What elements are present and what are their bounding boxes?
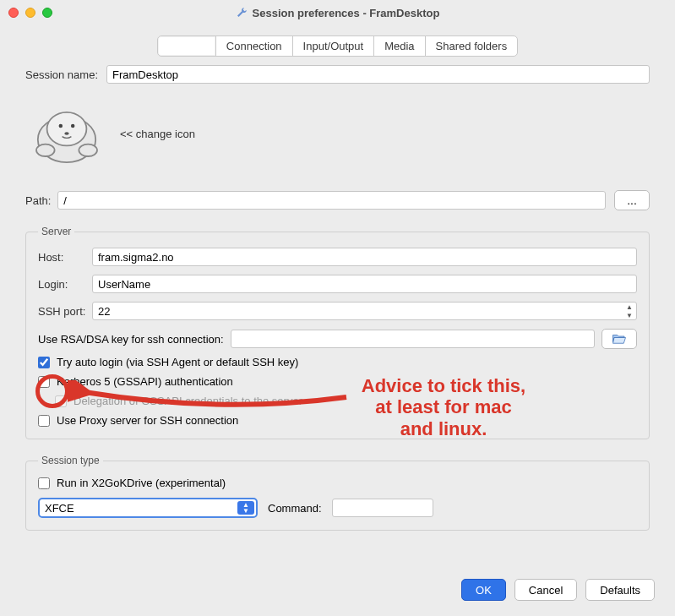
svg-point-6 <box>79 144 97 156</box>
session-name-label: Session name: <box>25 68 98 81</box>
path-browse-button[interactable]: ... <box>614 190 650 210</box>
tab-connection[interactable]: Connection <box>215 35 293 57</box>
rsa-key-label: Use RSA/DSA key for ssh connection: <box>38 333 224 346</box>
titlebar: Session preferences - FramDesktop <box>0 0 675 25</box>
ok-button[interactable]: OK <box>461 579 506 601</box>
svg-point-2 <box>59 124 63 128</box>
auto-login-label: Try auto login (via SSH Agent or default… <box>57 356 298 368</box>
proxy-label: Use Proxy server for SSH connection <box>57 414 238 427</box>
tabs: Connection Input/Output Media Shared fol… <box>0 35 675 57</box>
rsa-key-browse-button[interactable] <box>602 329 637 349</box>
delegation-checkbox <box>55 395 67 407</box>
kdrive-checkbox[interactable] <box>38 477 50 489</box>
svg-point-5 <box>36 144 55 156</box>
dropdown-arrows-icon: ▲▼ <box>237 501 254 515</box>
sshport-label: SSH port: <box>38 305 92 318</box>
svg-point-1 <box>47 112 87 146</box>
delegation-label: Delegation of GSSAPI credentials to the … <box>73 395 302 407</box>
tab-shared-folders[interactable]: Shared folders <box>425 35 519 57</box>
session-type-fieldset: Session type Run in X2GoKDrive (experime… <box>25 455 650 531</box>
kerberos-checkbox[interactable] <box>38 376 50 388</box>
server-legend: Server <box>38 226 74 237</box>
folder-open-icon <box>612 333 627 345</box>
host-input[interactable] <box>92 248 637 266</box>
session-icon[interactable] <box>29 95 105 172</box>
session-name-input[interactable] <box>106 65 650 84</box>
proxy-checkbox[interactable] <box>38 415 50 427</box>
auto-login-checkbox[interactable] <box>38 357 50 368</box>
server-fieldset: Server Host: Login: SSH port: ▲ ▼ <box>25 226 650 439</box>
path-label: Path: <box>25 194 51 207</box>
path-input[interactable] <box>57 191 606 210</box>
command-input[interactable] <box>332 499 433 517</box>
cancel-button[interactable]: Cancel <box>514 579 577 601</box>
svg-point-4 <box>64 132 68 135</box>
host-label: Host: <box>38 251 92 264</box>
tab-general[interactable] <box>157 35 216 57</box>
wrench-icon <box>236 7 248 19</box>
tab-input-output[interactable]: Input/Output <box>292 35 375 57</box>
session-type-selected: XFCE <box>45 502 74 515</box>
command-label: Command: <box>268 502 322 515</box>
login-label: Login: <box>38 278 92 291</box>
stepper-up-icon[interactable]: ▲ <box>623 303 636 311</box>
session-type-dropdown[interactable]: XFCE ▲▼ <box>38 498 258 518</box>
login-input[interactable] <box>92 275 637 293</box>
rsa-key-input[interactable] <box>231 330 595 348</box>
window-title: Session preferences - FramDesktop <box>0 7 675 19</box>
kdrive-label: Run in X2GoKDrive (experimental) <box>57 477 226 489</box>
kerberos-label: Kerberos 5 (GSSAPI) authentication <box>57 375 233 388</box>
defaults-button[interactable]: Defaults <box>585 579 655 601</box>
sshport-input[interactable] <box>92 302 637 320</box>
svg-point-3 <box>71 124 75 128</box>
session-type-legend: Session type <box>38 455 103 466</box>
stepper-down-icon[interactable]: ▼ <box>623 311 636 319</box>
sshport-stepper[interactable]: ▲ ▼ <box>623 303 636 319</box>
change-icon-label: << change icon <box>120 128 195 140</box>
tab-media[interactable]: Media <box>373 35 425 57</box>
